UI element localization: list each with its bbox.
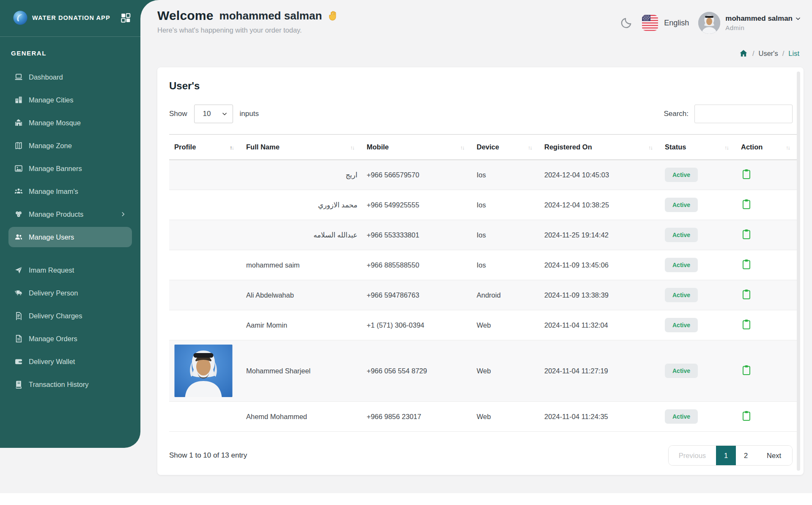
column-header-profile[interactable]: Profile↑↓ — [169, 135, 241, 160]
column-header-status[interactable]: Status↑↓ — [660, 135, 736, 160]
clipboard-action-button[interactable] — [741, 259, 752, 270]
sidebar-item-manage-users[interactable]: Manage Users — [8, 227, 132, 247]
page-size-select[interactable]: 10 — [194, 105, 233, 123]
device-cell: Web — [472, 310, 539, 340]
clipboard-icon — [741, 229, 752, 240]
next-page-button[interactable]: Next — [756, 446, 792, 465]
table-row: اريج +966 566579570 Ios 2024-12-04 10:45… — [169, 160, 797, 190]
clipboard-action-button[interactable] — [741, 229, 752, 240]
profile-cell — [169, 160, 241, 190]
status-cell: Active — [660, 310, 736, 340]
sidebar-item-manage-products[interactable]: Manage Products — [8, 204, 132, 224]
sidebar-item-transaction-history[interactable]: Transaction History — [8, 374, 132, 395]
sidebar-item-delivery-person[interactable]: Delivery Person — [8, 283, 132, 303]
breadcrumb-users[interactable]: User's — [758, 50, 778, 58]
chevron-right-icon — [120, 211, 126, 217]
clipboard-action-button[interactable] — [741, 289, 752, 301]
sidebar-item-manage-mosque[interactable]: Manage Mosque — [8, 113, 132, 133]
device-cell: Ios — [472, 250, 539, 280]
registered-on-cell: 2024-11-04 11:32:04 — [539, 310, 660, 340]
sidebar-item-manage-orders[interactable]: Manage Orders — [8, 328, 132, 349]
registered-on-cell: 2024-11-09 13:45:06 — [539, 250, 660, 280]
paper-plane-icon — [14, 266, 23, 274]
sidebar-item-imam-request[interactable]: Imam Request — [8, 260, 132, 280]
sidebar-item-manage-banners[interactable]: Manage Banners — [8, 158, 132, 179]
registered-on-cell: 2024-11-25 19:14:42 — [539, 220, 660, 250]
profile-cell — [169, 220, 241, 250]
search-label: Search: — [664, 110, 689, 118]
full-name-cell: mohammed saim — [241, 250, 362, 280]
previous-page-button[interactable]: Previous — [669, 446, 716, 465]
search-input[interactable] — [694, 105, 793, 123]
page-1-button[interactable]: 1 — [716, 446, 736, 465]
mobile-cell: +966 549925555 — [362, 190, 472, 220]
breadcrumb-list[interactable]: List — [788, 50, 799, 58]
status-cell: Active — [660, 402, 736, 432]
column-header-action[interactable]: Action↑↓ — [736, 135, 797, 160]
table-header: Profile↑↓Full Name↑↓Mobile↑↓Device↑↓Regi… — [169, 135, 797, 160]
entries-summary: Show 1 to 10 of 13 entry — [169, 451, 247, 460]
vertical-scrollbar[interactable] — [797, 72, 800, 471]
page-size-value: 10 — [203, 110, 211, 118]
home-icon[interactable] — [739, 49, 748, 58]
sidebar-item-manage-imam-s[interactable]: Manage Imam's — [8, 181, 132, 201]
full-name-cell: عبدالله السلامه — [241, 220, 362, 250]
people-group-icon — [14, 187, 23, 196]
app-logo-row: WATER DONATION APP — [0, 0, 140, 34]
truck-icon — [14, 289, 23, 297]
sidebar-item-delivery-wallet[interactable]: Delivery Wallet — [8, 351, 132, 372]
clipboard-action-button[interactable] — [741, 364, 752, 376]
mobile-cell: +966 594786763 — [362, 280, 472, 310]
pagination: Previous 1 2 Next — [668, 445, 793, 466]
status-badge: Active — [665, 364, 698, 378]
wave-hand-icon — [328, 10, 339, 21]
sidebar-item-manage-cities[interactable]: Manage Cities — [8, 90, 132, 110]
status-badge: Active — [665, 318, 698, 332]
sidebar: WATER DONATION APP GENERAL DashboardMana… — [0, 0, 140, 448]
us-flag-icon — [642, 15, 658, 31]
laptop-icon — [14, 73, 23, 81]
dark-mode-moon-icon[interactable] — [620, 17, 633, 29]
clipboard-icon — [741, 410, 752, 421]
full-name-cell: محمد الازوري — [241, 190, 362, 220]
sidebar-item-manage-zone[interactable]: Manage Zone — [8, 135, 132, 156]
welcome-label: Welcome — [157, 8, 214, 23]
column-header-device[interactable]: Device↑↓ — [472, 135, 539, 160]
sort-arrows-icon: ↑↓ — [786, 144, 790, 150]
column-header-registered-on[interactable]: Registered On↑↓ — [539, 135, 660, 160]
full-name-cell: Aamir Momin — [241, 310, 362, 340]
profile-menu[interactable]: mohammed salman Admin — [698, 12, 801, 34]
page-title: User's — [169, 80, 793, 92]
app-name: WATER DONATION APP — [32, 14, 116, 21]
apps-grid-icon[interactable] — [120, 12, 131, 23]
clipboard-action-button[interactable] — [741, 168, 752, 180]
inputs-label: inputs — [240, 110, 259, 118]
registered-on-cell: 2024-12-04 10:38:25 — [539, 190, 660, 220]
users-table: Profile↑↓Full Name↑↓Mobile↑↓Device↑↓Regi… — [169, 134, 797, 432]
action-cell — [736, 340, 797, 402]
breadcrumb: / User's / List — [140, 34, 812, 58]
products-icon — [14, 210, 23, 218]
user-group-icon — [14, 233, 23, 241]
search-control: Search: — [664, 105, 793, 123]
table-body: اريج +966 566579570 Ios 2024-12-04 10:45… — [169, 160, 797, 432]
orders-file-icon — [14, 334, 23, 343]
profile-cell — [169, 402, 241, 432]
sidebar-item-dashboard[interactable]: Dashboard — [8, 67, 132, 87]
mobile-cell: +966 885588550 — [362, 250, 472, 280]
page-2-button[interactable]: 2 — [736, 446, 756, 465]
device-cell: Ios — [472, 160, 539, 190]
column-header-full-name[interactable]: Full Name↑↓ — [241, 135, 362, 160]
clipboard-action-button[interactable] — [741, 410, 752, 422]
clipboard-action-button[interactable] — [741, 319, 752, 331]
language-selector[interactable]: English — [642, 15, 689, 31]
profile-cell — [169, 340, 241, 402]
table-row: محمد الازوري +966 549925555 Ios 2024-12-… — [169, 190, 797, 220]
column-header-mobile[interactable]: Mobile↑↓ — [362, 135, 472, 160]
clipboard-icon — [741, 364, 752, 375]
sidebar-section-label: GENERAL — [0, 37, 140, 61]
clipboard-action-button[interactable] — [741, 199, 752, 210]
mobile-cell: +966 9856 23017 — [362, 402, 472, 432]
sidebar-item-delivery-charges[interactable]: Delivery Charges — [8, 306, 132, 326]
full-name-cell: اريج — [241, 160, 362, 190]
